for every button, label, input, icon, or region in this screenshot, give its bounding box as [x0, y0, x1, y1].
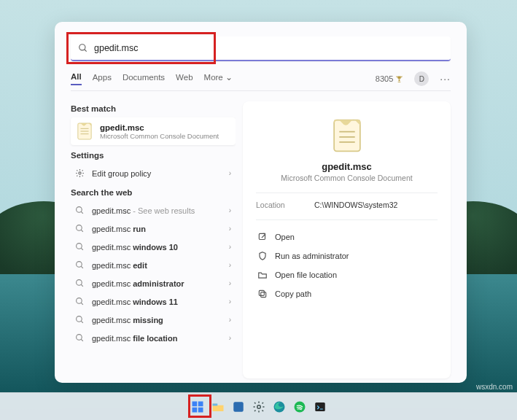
chevron-right-icon: ›: [229, 206, 231, 214]
search-icon: [75, 242, 85, 252]
spotify-icon[interactable]: [292, 399, 308, 415]
web-suggestion[interactable]: gpedit.msc windows 10›: [71, 238, 236, 256]
svg-rect-29: [259, 290, 264, 295]
chevron-right-icon: ›: [229, 334, 231, 342]
svg-line-12: [81, 248, 83, 250]
search-panel: All Apps Documents Web More ⌄ 8305 D ···…: [55, 22, 467, 383]
settings-icon[interactable]: [251, 399, 267, 415]
terminal-icon[interactable]: [312, 399, 328, 415]
gear-icon: [252, 400, 265, 413]
svg-rect-27: [259, 233, 265, 239]
best-match-title: gpedit.msc: [100, 123, 219, 132]
tab-more[interactable]: More ⌄: [204, 72, 233, 85]
list-item-label: gpedit.msc administrator: [92, 279, 222, 288]
action-run-admin[interactable]: Run as administrator: [256, 246, 438, 265]
svg-point-9: [77, 225, 82, 231]
search-box[interactable]: [71, 36, 451, 61]
search-icon: [75, 279, 85, 288]
svg-rect-30: [192, 401, 197, 406]
search-input[interactable]: [94, 36, 451, 60]
app-icon: [232, 400, 245, 413]
svg-line-1: [85, 50, 87, 52]
rewards-points[interactable]: 8305: [376, 74, 403, 83]
tab-all[interactable]: All: [71, 72, 82, 85]
web-suggestion[interactable]: gpedit.msc missing›: [71, 311, 236, 329]
preview-location-label: Location: [256, 201, 314, 209]
svg-point-13: [77, 262, 82, 268]
results-list: Best match gpedit.msc Microsoft Common C…: [55, 91, 236, 379]
svg-point-17: [77, 298, 82, 304]
avatar[interactable]: D: [414, 71, 429, 86]
copy-icon: [257, 289, 268, 299]
chevron-right-icon: ›: [229, 316, 231, 324]
watermark: wsxdn.com: [476, 383, 513, 391]
svg-rect-39: [315, 402, 325, 411]
action-open[interactable]: Open: [256, 228, 438, 246]
svg-rect-34: [212, 403, 217, 405]
web-suggestion[interactable]: gpedit.msc run›: [71, 219, 236, 238]
chevron-right-icon: ›: [229, 261, 231, 269]
terminal-icon: [314, 400, 327, 413]
preview-pane: gpedit.msc Microsoft Common Console Docu…: [243, 101, 451, 378]
chevron-right-icon: ›: [229, 225, 231, 233]
edge-icon[interactable]: [271, 399, 287, 415]
search-icon: [78, 43, 88, 53]
svg-point-15: [77, 280, 82, 286]
search-icon: [75, 260, 85, 270]
list-item-label: gpedit.msc edit: [92, 261, 222, 270]
preview-subtitle: Microsoft Common Console Document: [256, 174, 438, 182]
web-suggestion[interactable]: gpedit.msc windows 11›: [71, 292, 236, 311]
svg-point-0: [79, 44, 85, 50]
best-match-header: Best match: [71, 104, 236, 113]
tab-apps[interactable]: Apps: [93, 73, 112, 85]
start-button[interactable]: [190, 399, 206, 415]
taskbar: [0, 392, 517, 420]
music-icon: [293, 400, 306, 413]
action-open-location[interactable]: Open file location: [256, 265, 438, 284]
svg-rect-35: [233, 402, 244, 412]
search-icon: [75, 333, 85, 343]
svg-line-18: [81, 303, 83, 305]
list-item-label: gpedit.msc - See web results: [92, 206, 222, 215]
file-explorer-icon[interactable]: [210, 399, 226, 415]
list-item-label: gpedit.msc missing: [92, 316, 222, 324]
settings-item-edit-group-policy[interactable]: Edit group policy ›: [71, 164, 236, 182]
svg-point-21: [77, 335, 82, 341]
svg-line-20: [81, 321, 83, 323]
svg-line-14: [81, 266, 83, 268]
list-item-label: Edit group policy: [92, 169, 222, 178]
document-icon: [77, 122, 93, 141]
tab-web[interactable]: Web: [176, 73, 193, 85]
preview-location-value: C:\WINDOWS\system32: [314, 201, 397, 209]
search-web-header: Search the web: [71, 188, 236, 197]
action-copy-path[interactable]: Copy path: [256, 284, 438, 303]
preview-title: gpedit.msc: [256, 161, 438, 172]
svg-point-6: [79, 172, 81, 174]
search-icon: [75, 297, 85, 306]
svg-rect-28: [261, 292, 266, 298]
list-item-label: gpedit.msc run: [92, 225, 222, 233]
svg-line-16: [81, 284, 83, 287]
chevron-right-icon: ›: [229, 298, 231, 306]
list-item-label: gpedit.msc windows 10: [92, 243, 222, 252]
web-suggestion[interactable]: gpedit.msc file location›: [71, 329, 236, 347]
settings-header: Settings: [71, 151, 236, 160]
chevron-right-icon: ›: [229, 169, 231, 177]
svg-point-19: [77, 316, 82, 322]
chevron-right-icon: ›: [229, 279, 231, 287]
tab-documents[interactable]: Documents: [123, 73, 165, 85]
web-suggestion[interactable]: gpedit.msc - See web results›: [71, 201, 236, 219]
svg-rect-31: [198, 401, 203, 406]
more-options-icon[interactable]: ···: [440, 73, 451, 85]
shield-icon: [257, 251, 268, 261]
tabs-row: All Apps Documents Web More ⌄ 8305 D ···: [71, 71, 451, 91]
web-suggestion[interactable]: gpedit.msc administrator›: [71, 274, 236, 292]
open-icon: [257, 232, 268, 242]
list-item-label: gpedit.msc file location: [92, 334, 222, 343]
best-match-item[interactable]: gpedit.msc Microsoft Common Console Docu…: [71, 117, 236, 145]
web-suggestion[interactable]: gpedit.msc edit›: [71, 256, 236, 274]
search-icon: [75, 206, 85, 215]
chevron-right-icon: ›: [229, 243, 231, 251]
taskbar-app-1[interactable]: [230, 399, 246, 415]
svg-point-36: [257, 405, 260, 408]
